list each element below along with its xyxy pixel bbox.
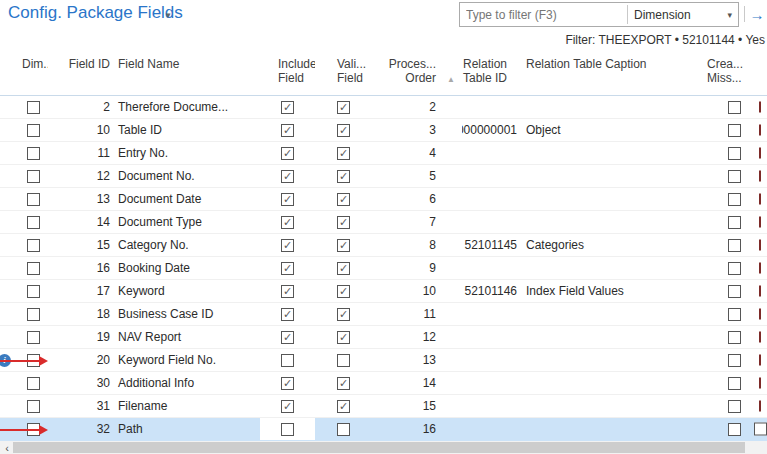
validate-field-checkbox[interactable] — [337, 239, 350, 252]
create-missing-checkbox[interactable] — [728, 216, 741, 229]
dimension-checkbox[interactable] — [27, 170, 40, 183]
column-header-relation-table-caption[interactable]: Relation Table Caption — [520, 57, 700, 71]
validate-field-checkbox[interactable] — [337, 124, 350, 137]
create-missing-checkbox[interactable] — [728, 170, 741, 183]
include-field-checkbox[interactable] — [281, 147, 294, 160]
field-name-cell: Filename — [112, 395, 260, 417]
field-name-cell: Therefore Docume... — [112, 96, 260, 118]
create-missing-checkbox[interactable] — [728, 193, 741, 206]
create-missing-checkbox[interactable] — [728, 354, 741, 367]
validate-field-checkbox[interactable] — [337, 285, 350, 298]
validate-field-checkbox[interactable] — [337, 101, 350, 114]
include-field-checkbox[interactable] — [281, 423, 294, 436]
column-header-dimension[interactable]: Dim... — [18, 57, 48, 71]
include-field-checkbox[interactable] — [281, 193, 294, 206]
dimension-checkbox[interactable] — [27, 285, 40, 298]
sort-spacer-cell — [440, 257, 462, 279]
validate-field-checkbox[interactable] — [337, 400, 350, 413]
include-field-checkbox[interactable] — [281, 262, 294, 275]
include-field-checkbox[interactable] — [281, 308, 294, 321]
validate-field-checkbox[interactable] — [337, 423, 350, 436]
create-missing-checkbox[interactable] — [728, 285, 741, 298]
dimension-checkbox[interactable] — [27, 262, 40, 275]
table-row[interactable]: 18 Business Case ID 11 — [0, 303, 767, 326]
include-field-checkbox[interactable] — [281, 331, 294, 344]
table-row[interactable]: 2 Therefore Docume... 2 — [0, 96, 767, 119]
horizontal-scrollbar-thumb[interactable] — [13, 442, 745, 453]
column-header-field-id[interactable]: Field ID — [48, 57, 112, 71]
horizontal-scrollbar[interactable]: ‹ — [0, 441, 767, 454]
table-row[interactable]: 13 Document Date 6 — [0, 188, 767, 211]
table-row[interactable]: 11 Entry No. 4 — [0, 142, 767, 165]
dimension-checkbox[interactable] — [27, 216, 40, 229]
column-header-include-field[interactable]: Include Field — [260, 57, 315, 85]
validate-field-checkbox[interactable] — [337, 354, 350, 367]
clipped-column-checkbox[interactable] — [754, 423, 767, 436]
table-row[interactable]: 12 Document No. 5 — [0, 165, 767, 188]
include-field-checkbox[interactable] — [281, 101, 294, 114]
dimension-checkbox[interactable] — [27, 101, 40, 114]
table-row[interactable]: 31 Filename 15 — [0, 395, 767, 418]
validate-field-checkbox[interactable] — [337, 147, 350, 160]
create-missing-checkbox[interactable] — [728, 262, 741, 275]
include-field-checkbox[interactable] — [281, 239, 294, 252]
include-field-cell — [260, 257, 315, 279]
include-field-checkbox[interactable] — [281, 216, 294, 229]
include-field-checkbox[interactable] — [281, 170, 294, 183]
include-field-cell — [260, 303, 315, 325]
field-name-cell: Keyword Field No. — [112, 349, 260, 371]
dimension-checkbox[interactable] — [27, 124, 40, 137]
validate-field-checkbox[interactable] — [337, 216, 350, 229]
filter-column-dropdown[interactable]: Dimension ▾ — [628, 3, 738, 26]
include-field-checkbox[interactable] — [281, 377, 294, 390]
validate-field-checkbox[interactable] — [337, 170, 350, 183]
include-field-checkbox[interactable] — [281, 354, 294, 367]
validate-field-checkbox[interactable] — [337, 262, 350, 275]
table-row[interactable]: 30 Additional Info 14 — [0, 372, 767, 395]
validate-field-checkbox[interactable] — [337, 331, 350, 344]
create-missing-checkbox[interactable] — [728, 101, 741, 114]
create-missing-checkbox[interactable] — [728, 124, 741, 137]
dimension-checkbox[interactable] — [27, 239, 40, 252]
create-missing-checkbox[interactable] — [728, 331, 741, 344]
table-row[interactable]: 32 Path 16 — [0, 418, 767, 441]
table-row[interactable]: 19 NAV Report 12 — [0, 326, 767, 349]
create-missing-checkbox[interactable] — [728, 423, 741, 436]
clipped-column-cell — [752, 395, 767, 417]
dimension-checkbox[interactable] — [27, 147, 40, 160]
dimension-checkbox[interactable] — [27, 331, 40, 344]
column-header-field-name[interactable]: Field Name — [112, 57, 260, 71]
title-dropdown-caret-icon[interactable]: ▾ — [166, 10, 171, 20]
dimension-cell — [18, 234, 48, 256]
table-row[interactable]: 17 Keyword 10 52101146 Index Field Value… — [0, 280, 767, 303]
filter-input[interactable] — [460, 3, 627, 26]
include-field-checkbox[interactable] — [281, 124, 294, 137]
dimension-checkbox[interactable] — [27, 193, 40, 206]
table-row[interactable]: 16 Booking Date 9 — [0, 257, 767, 280]
validate-field-checkbox[interactable] — [337, 193, 350, 206]
column-header-relation-table-id[interactable]: Relation Table ID — [462, 57, 520, 85]
processing-order-cell: 5 — [372, 165, 440, 187]
apply-filter-button[interactable]: → — [748, 3, 766, 25]
create-missing-checkbox[interactable] — [728, 377, 741, 390]
create-missing-checkbox[interactable] — [728, 400, 741, 413]
table-row[interactable]: 15 Category No. 8 52101145 Categories — [0, 234, 767, 257]
table-row[interactable]: i 20 Keyword Field No. 13 — [0, 349, 767, 372]
include-field-checkbox[interactable] — [281, 285, 294, 298]
validate-field-checkbox[interactable] — [337, 308, 350, 321]
create-missing-checkbox[interactable] — [728, 308, 741, 321]
dimension-checkbox[interactable] — [27, 400, 40, 413]
column-header-create-missing[interactable]: Crea... Miss... — [700, 57, 752, 85]
include-field-checkbox[interactable] — [281, 400, 294, 413]
dimension-checkbox[interactable] — [27, 377, 40, 390]
column-header-processing-order[interactable]: Proces... Order — [372, 57, 440, 85]
create-missing-checkbox[interactable] — [728, 147, 741, 160]
dimension-checkbox[interactable] — [27, 308, 40, 321]
table-row[interactable]: 10 Table ID 3 2000000001 Object — [0, 119, 767, 142]
column-header-validate-field[interactable]: Vali... Field — [315, 57, 372, 85]
create-missing-checkbox[interactable] — [728, 239, 741, 252]
relation-table-id-cell — [462, 326, 520, 348]
table-row[interactable]: 14 Document Type 7 — [0, 211, 767, 234]
validate-field-checkbox[interactable] — [337, 377, 350, 390]
scroll-left-icon[interactable]: ‹ — [1, 441, 13, 454]
